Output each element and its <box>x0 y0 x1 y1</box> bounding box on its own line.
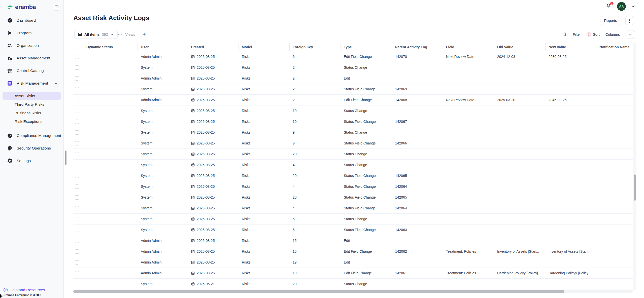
all-items-dropdown[interactable]: All items 392 <box>74 30 118 39</box>
vertical-scrollbar-track[interactable] <box>633 43 636 290</box>
table-row[interactable]: System2025-08-25Risks4Status Field Chang… <box>73 203 633 214</box>
row-checkbox[interactable] <box>75 239 79 243</box>
reports-button[interactable]: Reports <box>601 16 620 25</box>
views-button[interactable]: ⋯ Views <box>118 30 135 39</box>
horizontal-scrollbar-thumb[interactable] <box>73 290 564 293</box>
row-checkbox[interactable] <box>75 195 79 200</box>
table-row[interactable]: System2025-05-21Risks20Status Change <box>73 279 633 289</box>
row-checkbox[interactable] <box>75 174 79 178</box>
vertical-scrollbar-thumb[interactable] <box>634 174 636 201</box>
table-row[interactable]: Admin Admin2025-08-25Risks2Edit Field Ch… <box>73 95 633 105</box>
sidebar-item-risk-management[interactable]: Risk Management <box>0 77 63 90</box>
row-checkbox[interactable] <box>75 271 79 275</box>
row-checkbox[interactable] <box>75 141 79 145</box>
row-checkbox[interactable] <box>75 130 79 135</box>
row-checkbox[interactable] <box>75 109 79 113</box>
search-icon[interactable] <box>562 32 567 37</box>
row-checkbox[interactable] <box>75 120 79 124</box>
help-and-resources-link[interactable]: ? Help and Resources <box>4 288 63 292</box>
sidebar-item-organization[interactable]: Organization <box>0 39 63 52</box>
row-checkbox[interactable] <box>75 282 79 286</box>
more-actions-button[interactable]: ⋮ <box>625 16 634 25</box>
sidebar-subitem-third-party-risks[interactable]: Third Party Risks <box>3 100 61 109</box>
table-row[interactable]: System2025-08-25Risks4Status Change <box>73 160 633 170</box>
table-row[interactable]: System2025-08-25Risks2Status Field Chang… <box>73 84 633 95</box>
table-row[interactable]: Admin Admin2025-08-25Risks15Edit Field C… <box>73 246 633 257</box>
table-row[interactable]: System2025-08-25Risks5Status Field Chang… <box>73 225 633 235</box>
cell-new_value <box>546 181 596 192</box>
row-checkbox[interactable] <box>75 87 79 91</box>
horizontal-scrollbar-track[interactable] <box>73 290 633 293</box>
column-header-dynamic_status[interactable]: Dynamic Status <box>83 43 138 51</box>
table-row[interactable]: System2025-08-25Risks2Status Change <box>73 62 633 73</box>
sidebar-subitem-risk-exceptions[interactable]: Risk Exceptions <box>3 117 61 126</box>
row-checkbox[interactable] <box>75 65 79 70</box>
account-chevron-down-icon[interactable] <box>631 4 635 9</box>
columns-button[interactable]: Columns <box>605 32 620 36</box>
column-header-foreign_key[interactable]: Foreign Key <box>290 43 341 51</box>
cell-field <box>443 160 494 170</box>
table-row[interactable]: System2025-08-25Risks20Status Change <box>73 149 633 160</box>
sidebar-item-security-operations[interactable]: Security Operations <box>0 142 63 155</box>
table-row[interactable]: Admin Admin2025-08-25Risks15Edit <box>73 235 633 246</box>
logo[interactable]: eramba <box>0 0 63 14</box>
cell-user: System <box>138 62 188 73</box>
table-row[interactable]: System2025-08-25Risks5Status Change <box>73 214 633 225</box>
sidebar-subitem-business-risks[interactable]: Business Risks <box>3 109 61 117</box>
row-checkbox[interactable] <box>75 98 79 102</box>
table-row[interactable]: Admin Admin2025-08-25Risks19Edit Field C… <box>73 268 633 279</box>
column-header-notification[interactable]: Notification Name <box>596 43 633 51</box>
table-row[interactable]: Admin Admin2025-08-25Risks6Edit Field Ch… <box>73 51 633 62</box>
sidebar-toggle-button[interactable] <box>53 3 60 11</box>
row-checkbox[interactable] <box>75 76 79 81</box>
row-checkbox[interactable] <box>75 206 79 210</box>
sidebar-item-settings[interactable]: Settings <box>0 155 63 167</box>
cell-notification <box>596 127 633 138</box>
row-checkbox[interactable] <box>75 152 79 156</box>
row-checkbox[interactable] <box>75 228 79 232</box>
row-select-cell <box>73 95 83 105</box>
sidebar-item-dashboard[interactable]: Dashboard <box>0 14 63 27</box>
table-row[interactable]: System2025-08-25Risks20Status Field Chan… <box>73 170 633 181</box>
cell-type: Edit Field Change <box>341 95 392 105</box>
cell-created: 2025-08-25 <box>188 116 239 127</box>
column-header-user[interactable]: User <box>138 43 188 51</box>
sidebar-subitem-asset-risks[interactable]: Asset Risks <box>3 92 61 100</box>
add-view-button[interactable]: + <box>141 30 148 39</box>
sidebar-item-compliance-management[interactable]: Compliance Management <box>0 129 63 142</box>
table-row[interactable]: System2025-08-25Risks9Status Field Chang… <box>73 138 633 149</box>
sidebar-item-asset-management[interactable]: Asset Management <box>0 52 63 64</box>
table-row[interactable]: System2025-08-25Risks10Status Field Chan… <box>73 116 633 127</box>
row-checkbox[interactable] <box>75 217 79 221</box>
table-row[interactable]: Admin Admin2025-08-25Risks2Edit <box>73 73 633 84</box>
cell-new_value <box>546 73 596 84</box>
expand-toolbar-button[interactable] <box>626 30 635 39</box>
filter-button[interactable]: Filter <box>573 32 581 36</box>
column-header-model[interactable]: Model <box>239 43 290 51</box>
column-header-new_value[interactable]: New Value <box>546 43 596 51</box>
column-header-old_value[interactable]: Old Value <box>494 43 546 51</box>
table-row[interactable]: System2025-08-25Risks9Status Change <box>73 127 633 138</box>
column-header-field[interactable]: Field <box>443 43 494 51</box>
sidebar-item-program[interactable]: Program <box>0 27 63 39</box>
table-row[interactable]: System2025-08-25Risks10Status Change <box>73 105 633 116</box>
column-header-type[interactable]: Type <box>341 43 392 51</box>
row-checkbox[interactable] <box>75 163 79 167</box>
column-header-created[interactable]: Created <box>188 43 239 51</box>
cell-foreign_key: 15 <box>290 246 341 257</box>
row-checkbox[interactable] <box>75 184 79 189</box>
sidebar-item-control-catalog[interactable]: Control Catalog <box>0 64 63 77</box>
table-row[interactable]: Admin Admin2025-08-25Risks19Edit <box>73 257 633 268</box>
sidebar-scrollbar-thumb[interactable] <box>65 151 66 165</box>
notifications-bell-icon[interactable]: 1 <box>605 3 612 10</box>
table-row[interactable]: System2025-08-25Risks4Status Field Chang… <box>73 181 633 192</box>
row-checkbox[interactable] <box>75 55 79 59</box>
column-header-parent_log[interactable]: Parent Activity Log <box>392 43 443 51</box>
avatar[interactable]: AA <box>617 2 626 11</box>
sort-button[interactable]: 1 Sort <box>587 32 600 36</box>
cell-parent_log: 142062 <box>392 246 443 257</box>
table-row[interactable]: System2025-08-25Risks20Status Field Chan… <box>73 192 633 203</box>
select-all-checkbox[interactable] <box>75 45 79 49</box>
row-checkbox[interactable] <box>75 249 79 254</box>
row-checkbox[interactable] <box>75 260 79 265</box>
